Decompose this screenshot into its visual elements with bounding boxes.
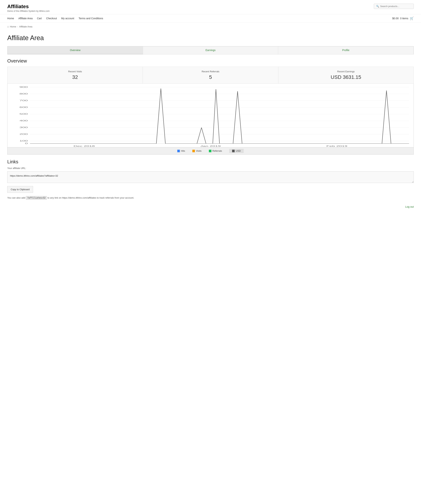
stat-recent-visits: Recent Visits 32 xyxy=(7,67,143,83)
copy-to-clipboard-button[interactable]: Copy to Clipboard xyxy=(7,186,33,193)
nav-terms[interactable]: Terms and Conditions xyxy=(79,17,103,20)
affiliate-url-input[interactable]: https://demo.itthinx.com/affiliates?affi… xyxy=(7,171,414,183)
svg-text:800: 800 xyxy=(19,93,28,95)
breadcrumb-home[interactable]: Home xyxy=(10,25,16,28)
legend-usd-color xyxy=(232,150,235,152)
logout-link[interactable]: Log out xyxy=(405,205,414,208)
svg-text:Jan 2019: Jan 2019 xyxy=(200,145,221,147)
legend-visits-color xyxy=(192,150,195,152)
nav-affiliate-area[interactable]: Affiliate Area xyxy=(18,17,32,20)
chart-container: 900 800 700 600 500 400 300 200 100 0 De… xyxy=(7,84,414,147)
logout-area: Log out xyxy=(7,205,414,208)
legend-hits: Hits xyxy=(177,149,185,153)
svg-text:300: 300 xyxy=(19,126,28,128)
legend-referrals-label: Referrals xyxy=(212,150,222,152)
nav-checkout[interactable]: Checkout xyxy=(46,17,57,20)
home-icon: ⌂ xyxy=(7,25,9,28)
chart-svg: 900 800 700 600 500 400 300 200 100 0 De… xyxy=(7,85,414,147)
site-nav: Home Affiliate Area Cart Checkout My acc… xyxy=(0,14,421,23)
tab-earnings[interactable]: Earnings xyxy=(143,47,278,54)
legend-referrals-color xyxy=(209,150,211,152)
svg-text:Dec 2018: Dec 2018 xyxy=(74,145,95,147)
stats-row: Recent Visits 32 Recent Referrals 5 Rece… xyxy=(7,67,414,84)
stat-visits-value: 32 xyxy=(11,74,139,80)
legend-hits-label: Hits xyxy=(181,150,185,152)
legend-usd-label: USD xyxy=(236,150,241,152)
links-section: Links Your affiliate URL: https://demo.i… xyxy=(7,159,414,200)
svg-text:0: 0 xyxy=(25,142,28,144)
chart-legend: Hits Visits Referrals USD xyxy=(7,147,414,155)
stat-earnings-label: Recent Earnings xyxy=(282,70,410,73)
tab-overview[interactable]: Overview xyxy=(8,47,143,54)
nav-cart[interactable]: Cart xyxy=(37,17,42,20)
svg-text:600: 600 xyxy=(19,106,28,108)
svg-text:500: 500 xyxy=(19,113,28,115)
svg-text:100: 100 xyxy=(19,140,28,142)
cart-amount: $0.00 xyxy=(392,17,399,20)
affiliate-url-label: Your affiliate URL: xyxy=(7,167,414,169)
site-title: Affiliates xyxy=(7,4,50,9)
overview-title: Overview xyxy=(7,58,414,64)
links-title: Links xyxy=(7,159,414,165)
nav-my-account[interactable]: My account xyxy=(61,17,74,20)
legend-referrals: Referrals xyxy=(209,149,222,153)
svg-text:200: 200 xyxy=(19,133,28,135)
svg-text:Feb 2019: Feb 2019 xyxy=(327,145,347,147)
main-content: Affiliate Area Overview Earnings Profile… xyxy=(0,30,421,219)
legend-usd: USD xyxy=(229,149,244,153)
svg-text:400: 400 xyxy=(19,120,28,122)
stat-visits-label: Recent Visits xyxy=(11,70,139,73)
breadcrumb-separator: › xyxy=(17,25,18,28)
site-subtitle: Demo of the Affiliates System by itthinx… xyxy=(7,10,50,12)
tracking-note: You can also add ?affiliates=32 to any l… xyxy=(7,196,414,200)
svg-text:900: 900 xyxy=(19,86,28,88)
svg-text:700: 700 xyxy=(19,99,28,102)
stat-recent-referrals: Recent Referrals 5 xyxy=(143,67,278,83)
stat-earnings-value: USD 3631.15 xyxy=(282,74,410,80)
breadcrumb-current: Affiliate Area xyxy=(19,25,32,28)
tabs: Overview Earnings Profile xyxy=(7,46,414,54)
search-box[interactable]: 🔍 xyxy=(374,4,414,9)
nav-links: Home Affiliate Area Cart Checkout My acc… xyxy=(7,14,103,22)
legend-visits: Visits xyxy=(192,149,202,153)
page-title: Affiliate Area xyxy=(7,34,414,42)
legend-visits-label: Visits xyxy=(196,150,202,152)
cart-items: 0 items xyxy=(400,17,408,20)
tracking-note-post: to any link on https://demo.itthinx.com/… xyxy=(47,196,134,199)
tab-profile[interactable]: Profile xyxy=(278,47,413,54)
cart-icon[interactable]: 🛒 xyxy=(410,16,414,20)
breadcrumb: ⌂ Home › Affiliate Area xyxy=(0,23,421,30)
tracking-note-pre: You can also add xyxy=(7,196,26,199)
search-icon: 🔍 xyxy=(376,5,379,8)
stat-referrals-value: 5 xyxy=(146,74,274,80)
search-input[interactable] xyxy=(380,5,411,8)
cart-area: $0.00 0 items 🛒 xyxy=(392,16,414,20)
stat-recent-earnings: Recent Earnings USD 3631.15 xyxy=(278,67,414,83)
legend-hits-color xyxy=(177,150,180,152)
nav-home[interactable]: Home xyxy=(7,17,14,20)
stat-referrals-label: Recent Referrals xyxy=(146,70,274,73)
tracking-code: ?affiliates=32 xyxy=(26,196,47,200)
